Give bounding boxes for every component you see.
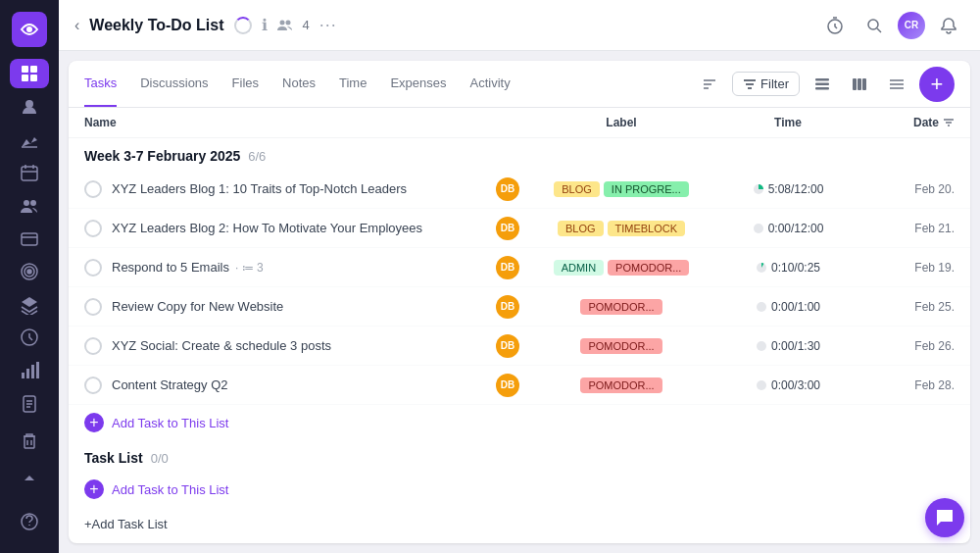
task-subtask-count: · ≔ 3 [235, 261, 264, 275]
main-content: ‹ Weekly To-Do List ℹ 4 ··· CR Tasks Dis… [59, 0, 980, 553]
section-tasklist-header: Task List 0/0 [69, 440, 970, 472]
sidebar-item-user[interactable] [10, 92, 49, 122]
timer-icon[interactable] [819, 10, 851, 41]
task-checkbox[interactable] [84, 337, 102, 355]
user-avatar[interactable]: CR [898, 12, 925, 39]
sidebar-item-analytics[interactable] [10, 125, 49, 154]
sidebar-item-reports[interactable] [10, 356, 49, 385]
sidebar-item-help[interactable] [10, 502, 49, 541]
tab-time[interactable]: Time [339, 61, 367, 107]
time-icon [756, 379, 767, 391]
task-date: Feb 25. [857, 300, 955, 314]
chat-bubble-button[interactable] [925, 498, 964, 537]
label-blog: BLOG [558, 221, 604, 236]
sidebar-item-team[interactable] [10, 191, 49, 221]
table-row: Content Strategy Q2 DB POMODOR... 0:00/3… [69, 366, 970, 405]
svg-rect-7 [22, 167, 37, 180]
notifications-icon[interactable] [933, 10, 964, 41]
task-time: 0:00/3:00 [719, 378, 857, 392]
svg-point-58 [757, 302, 766, 312]
list-view-button[interactable] [808, 70, 837, 99]
label-inprogress: IN PROGRE... [604, 181, 689, 197]
task-checkbox[interactable] [84, 220, 102, 237]
section-tasklist-title: Task List [84, 450, 143, 466]
svg-rect-13 [22, 233, 37, 245]
header-label: Label [523, 116, 719, 129]
task-name: Respond to 5 Emails · ≔ 3 [112, 260, 496, 275]
add-task-global-button[interactable]: + [919, 67, 955, 102]
logo [12, 12, 47, 47]
header-name: Name [84, 116, 523, 129]
header-date: Date [857, 116, 955, 129]
section-week-count: 6/6 [248, 149, 266, 164]
task-time: 0:00/1:00 [719, 300, 857, 314]
sidebar-item-billing[interactable] [10, 224, 49, 253]
info-icon[interactable]: ℹ [262, 16, 268, 34]
sidebar-item-home[interactable] [10, 59, 49, 88]
table-row: Review Copy for New Website DB POMODOR..… [69, 287, 970, 327]
task-date: Feb 21. [857, 222, 955, 235]
column-view-button[interactable] [845, 70, 874, 99]
task-date: Feb 28. [857, 378, 955, 392]
add-task-section2-label[interactable]: Add Task to This List [112, 482, 228, 497]
back-button[interactable]: ‹ [74, 17, 79, 34]
tab-tasks[interactable]: Tasks [84, 61, 117, 107]
page-title: Weekly To-Do List [89, 17, 223, 34]
label-blog: BLOG [554, 181, 600, 197]
task-checkbox[interactable] [84, 377, 102, 394]
sidebar-item-calendar[interactable] [10, 158, 49, 187]
time-icon [756, 340, 767, 352]
section-week-header: Week 3-7 February 2025 6/6 [69, 138, 970, 170]
task-date: Feb 26. [857, 339, 955, 353]
task-time: 0:10/0:25 [719, 261, 857, 275]
add-task-section2-row: + Add Task to This List [69, 472, 970, 507]
task-assignee-avatar: DB [496, 256, 519, 279]
search-icon[interactable] [858, 10, 890, 41]
table-header: Name Label Time Date [69, 108, 970, 138]
content-area: Tasks Discussions Files Notes Time Expen… [69, 61, 970, 543]
add-task-section2-button[interactable]: + [84, 479, 104, 499]
sidebar-item-timelog[interactable] [10, 323, 49, 352]
filter-button[interactable]: Filter [732, 72, 800, 96]
svg-rect-27 [24, 436, 34, 448]
tab-discussions[interactable]: Discussions [140, 61, 208, 107]
svg-point-11 [24, 200, 29, 206]
sidebar-item-trash[interactable] [10, 426, 49, 455]
table-row: XYZ Leaders Blog 2: How To Motivate Your… [69, 209, 970, 248]
members-icon [277, 18, 293, 33]
task-checkbox[interactable] [84, 298, 102, 316]
members-count: 4 [303, 18, 310, 32]
tab-activity[interactable]: Activity [470, 61, 511, 107]
svg-line-36 [877, 28, 881, 32]
add-task-list-button[interactable]: +Add Task List [84, 517, 168, 531]
compact-view-button[interactable] [882, 70, 911, 99]
more-options-icon[interactable]: ··· [319, 15, 337, 35]
sidebar-item-docs[interactable] [10, 389, 49, 419]
tab-notes[interactable]: Notes [282, 61, 316, 107]
sidebar-item-layers[interactable] [10, 290, 49, 320]
task-name: XYZ Social: Create & schedule 3 posts [112, 338, 496, 353]
task-labels: BLOG IN PROGRE... [523, 181, 719, 197]
sidebar [0, 0, 59, 553]
task-time: 0:00/12:00 [719, 222, 857, 235]
label-admin: ADMIN [554, 260, 604, 276]
add-task-section1-label[interactable]: Add Task to This List [112, 416, 228, 430]
add-task-section1-button[interactable]: + [84, 413, 104, 432]
svg-rect-2 [22, 66, 28, 73]
section-week-title: Week 3-7 February 2025 [84, 148, 240, 164]
page-header: ‹ Weekly To-Do List ℹ 4 ··· CR [59, 0, 980, 51]
table-row: XYZ Social: Create & schedule 3 posts DB… [69, 327, 970, 366]
sort-icon-button[interactable] [695, 70, 724, 99]
sidebar-item-goals[interactable] [10, 257, 49, 286]
svg-point-60 [757, 380, 766, 390]
section-tasklist-count: 0/0 [151, 451, 169, 466]
task-assignee-avatar: DB [496, 217, 519, 240]
sidebar-item-collapse[interactable] [10, 459, 49, 498]
tab-files[interactable]: Files [232, 61, 259, 107]
time-icon [753, 223, 764, 234]
task-checkbox[interactable] [84, 259, 102, 276]
task-checkbox[interactable] [84, 180, 102, 198]
tab-expenses[interactable]: Expenses [390, 61, 446, 107]
task-name: XYZ Leaders Blog 1: 10 Traits of Top-Not… [112, 181, 496, 196]
svg-rect-21 [31, 365, 34, 378]
